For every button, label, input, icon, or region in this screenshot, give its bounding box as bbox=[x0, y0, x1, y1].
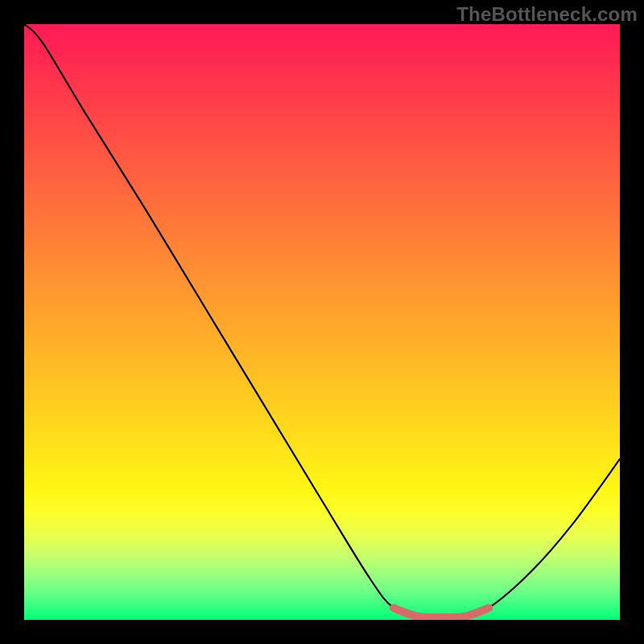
watermark-text: TheBottleneck.com bbox=[456, 3, 638, 26]
main-curve-path bbox=[24, 24, 620, 617]
chart-container: TheBottleneck.com bbox=[0, 0, 644, 644]
highlight-band-path bbox=[394, 608, 489, 617]
plot-area bbox=[24, 24, 620, 620]
curve-svg bbox=[24, 24, 620, 620]
